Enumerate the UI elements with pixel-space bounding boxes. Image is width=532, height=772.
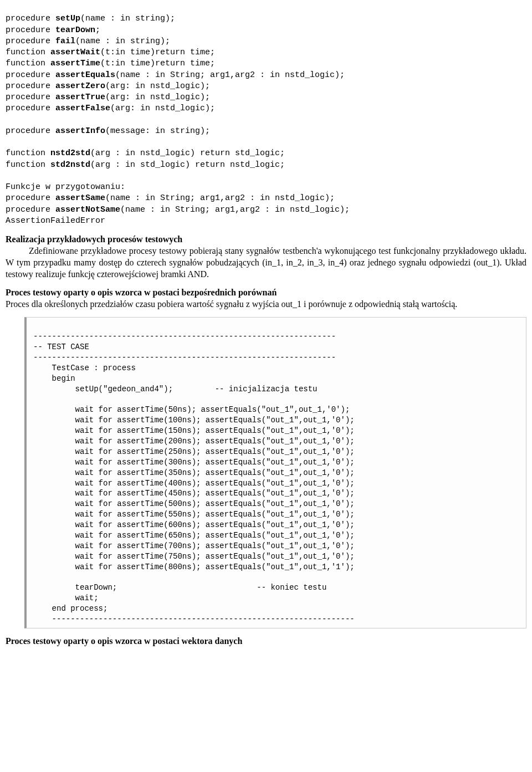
code-line: ----------------------------------------… (33, 332, 336, 341)
code-line: wait for assertTime(700ns); assertEquals… (33, 541, 355, 550)
code-line: end process; (33, 604, 108, 613)
code-line: wait for assertTime(400ns); assertEquals… (33, 479, 355, 488)
code-line: procedure assertTrue(arg: in nstd_logic)… (6, 93, 210, 102)
code-line: wait for assertTime(500ns); assertEquals… (33, 499, 355, 508)
code-line: procedure assertInfo(message: in string)… (6, 126, 210, 136)
code-line: setUp("gedeon_and4"); -- inicjalizacja t… (33, 385, 317, 393)
code-line: wait for assertTime(450ns); assertEquals… (33, 489, 355, 498)
code-line: wait for assertTime(200ns); assertEquals… (33, 437, 355, 446)
code-line: wait for assertTime(350ns); assertEquals… (33, 468, 355, 477)
code-line: function assertTime(t:in time)return tim… (6, 59, 215, 68)
code-line: procedure assertNotSame(name : in String… (6, 205, 350, 214)
code-line: function std2nstd(arg : in std_logic) re… (6, 160, 285, 170)
code-block-testcase: ----------------------------------------… (24, 317, 526, 628)
code-line: Funkcje w przygotowaniu: (6, 182, 125, 192)
code-line: wait for assertTime(250ns); assertEquals… (33, 447, 355, 456)
code-line: procedure assertFalse(arg: in nstd_logic… (6, 104, 215, 113)
section-heading-realizacja: Realizacja przykładowych procesów testow… (6, 234, 526, 244)
paragraph-proces-porownania: Proces dla określonych przedziałów czasu… (6, 299, 526, 310)
code-block-declarations: procedure setUp(name : in string); proce… (6, 2, 526, 227)
code-line: function nstd2std(arg : in nstd_logic) r… (6, 149, 285, 158)
code-line: wait for assertTime(600ns); assertEquals… (33, 520, 355, 529)
code-line: wait for assertTime(800ns); assertEquals… (33, 563, 355, 571)
code-line: tearDown; -- koniec testu (33, 583, 326, 592)
code-line: procedure assertSame(name : in String; a… (6, 193, 335, 203)
code-line: wait for assertTime(100ns); assertEquals… (33, 416, 355, 425)
code-line: TestCase : process (33, 364, 136, 372)
code-line: wait for assertTime(550ns); assertEquals… (33, 510, 355, 519)
code-line: wait for assertTime(650ns); assertEquals… (33, 531, 355, 540)
code-line: procedure assertEquals(name : in String;… (6, 70, 345, 80)
code-line: -- TEST CASE (33, 342, 89, 351)
paragraph-realizacja: Zdefiniowane przykładowe procesy testowy… (6, 246, 526, 280)
code-line: wait; (33, 594, 99, 602)
code-line: AssertionFailedError (6, 216, 105, 226)
code-line: function assertWait(t:in time)return tim… (6, 48, 215, 57)
section-heading-proces-porownania: Proces testowy oparty o opis wzorca w po… (6, 288, 526, 298)
code-line: wait for assertTime(150ns); assertEquals… (33, 426, 355, 435)
code-line: procedure fail(name : in string); (6, 37, 170, 46)
code-line: procedure setUp(name : in string); (6, 14, 175, 23)
code-line: wait for assertTime(750ns); assertEquals… (33, 552, 355, 561)
code-line: wait for assertTime(300ns); assertEquals… (33, 458, 355, 467)
code-line: procedure assertZero(arg: in nstd_logic)… (6, 81, 210, 91)
code-line: ----------------------------------------… (33, 353, 336, 362)
code-line: procedure tearDown; (6, 25, 100, 35)
code-line: begin (33, 374, 75, 383)
section-heading-proces-wektor: Proces testowy oparty o opis wzorca w po… (6, 636, 526, 646)
code-line: ----------------------------------------… (33, 615, 355, 623)
code-line: wait for assertTime(50ns); assertEquals(… (33, 405, 350, 414)
